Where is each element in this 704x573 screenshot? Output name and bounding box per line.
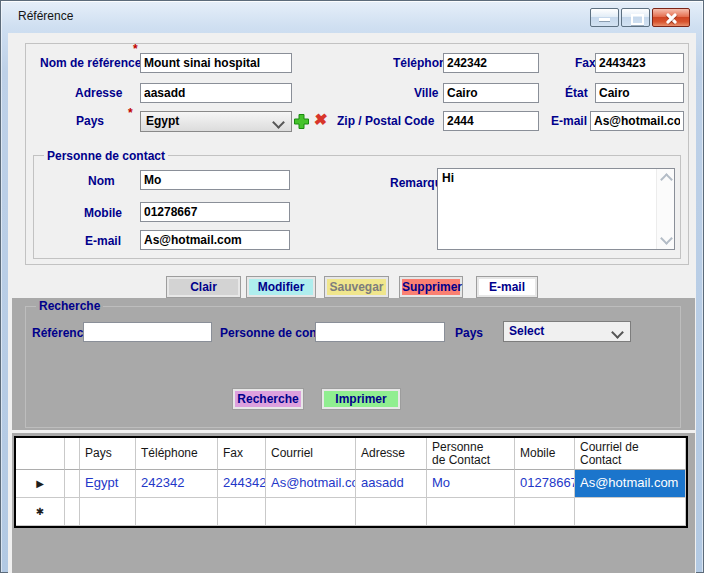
grid-cell-telephone[interactable]: 242342 (136, 470, 218, 498)
grid-cell[interactable] (266, 498, 356, 526)
modifier-button[interactable]: Modifier (247, 277, 315, 297)
grid-cell[interactable] (575, 498, 686, 526)
contact-groupbox-title: Personne de contact (44, 149, 168, 163)
grid-cell-mobile[interactable]: 01278667 (515, 470, 575, 498)
grid-cell-personne[interactable]: Mo (427, 470, 515, 498)
grid-row-indicator[interactable]: ▶ (16, 470, 65, 498)
remarque-textarea[interactable]: Hi (438, 169, 656, 249)
chevron-down-icon (611, 326, 624, 339)
remarque-scrollbar[interactable] (656, 169, 674, 249)
grid-header-personne-de-contact[interactable]: Personne de Contact (427, 438, 515, 470)
close-button[interactable] (652, 8, 690, 27)
grid-cell[interactable] (427, 498, 515, 526)
adresse-input[interactable] (140, 83, 292, 103)
fax-input[interactable] (595, 53, 684, 73)
grid-header-adresse[interactable]: Adresse (356, 438, 427, 470)
reference-name-required-marker: * (133, 42, 138, 56)
grid-cell[interactable] (65, 498, 80, 526)
grid-cell[interactable] (136, 498, 218, 526)
grid-header-courriel-de-contact[interactable]: Courriel de Contact (575, 438, 686, 470)
chevron-down-icon (272, 116, 285, 129)
grid-header-spacer (65, 438, 80, 470)
ville-label: Ville (414, 86, 438, 100)
close-icon (665, 12, 677, 24)
contact-mobile-label: Mobile (84, 206, 122, 220)
grid-cell[interactable] (356, 498, 427, 526)
maximize-button[interactable] (621, 8, 650, 27)
contact-email-label: E-mail (85, 234, 121, 248)
contact-email-input[interactable] (140, 230, 290, 250)
search-reference-label: Référence (32, 326, 83, 340)
grid-cell[interactable] (515, 498, 575, 526)
grid-cell-pays[interactable]: Egypt (80, 470, 136, 498)
scroll-up-icon[interactable] (660, 173, 673, 186)
email-button[interactable]: E-mail (477, 277, 537, 297)
grid-newrow-indicator[interactable]: ✱ (16, 498, 65, 526)
email-input[interactable] (590, 111, 684, 131)
fax-label: Fax (575, 56, 596, 70)
grid-header-rowselector (16, 438, 65, 470)
grid-header-pays[interactable]: Pays (80, 438, 136, 470)
contact-nom-input[interactable] (140, 170, 290, 190)
grid-header-courriel[interactable]: Courriel (266, 438, 356, 470)
telephone-label: Téléphone (393, 56, 443, 70)
search-groupbox-title: Recherche (36, 299, 103, 313)
delete-country-icon[interactable]: ✖ (313, 112, 329, 128)
zip-input[interactable] (443, 111, 539, 131)
remarque-label: Remarque (390, 176, 437, 190)
imprimer-button[interactable]: Imprimer (322, 389, 400, 409)
window-title: Référence (18, 9, 73, 23)
ville-input[interactable] (443, 83, 539, 103)
search-pays-select-value: Select (509, 324, 544, 338)
grid-header-mobile[interactable]: Mobile (515, 438, 575, 470)
minimize-button[interactable] (590, 8, 619, 27)
maximize-icon (631, 14, 644, 25)
scroll-down-icon[interactable] (660, 232, 673, 245)
zip-label: Zip / Postal Code (337, 114, 434, 128)
adresse-label: Adresse (75, 86, 122, 100)
grid-cell-adresse[interactable]: aasadd (356, 470, 427, 498)
pays-label: Pays (76, 114, 104, 128)
remarque-memo: Hi (437, 168, 675, 250)
grid-header-telephone[interactable]: Téléphone (136, 438, 218, 470)
search-pays-select[interactable]: Select (503, 321, 631, 342)
supprimer-button[interactable]: Supprimer (400, 277, 462, 297)
pays-combobox-value: Egypt (146, 114, 179, 128)
clair-button[interactable]: Clair (167, 277, 240, 297)
recherche-button[interactable]: Recherche (233, 389, 303, 409)
reference-name-label: Nom de référence (40, 56, 141, 70)
pays-combobox[interactable]: Egypt (140, 111, 292, 132)
grid-cell-courriel-contact-selected[interactable]: As@hotmail.com (575, 470, 686, 498)
pays-required-marker: * (128, 106, 133, 120)
grid-header-fax[interactable]: Fax (218, 438, 266, 470)
sauvegar-button[interactable]: Sauvegar (325, 277, 388, 297)
reference-name-input[interactable] (140, 53, 292, 73)
search-reference-input[interactable] (83, 322, 212, 342)
search-contact-label: Personne de contact (220, 326, 315, 340)
contact-mobile-input[interactable] (140, 202, 290, 222)
telephone-input[interactable] (443, 53, 539, 73)
grid-cell-fax[interactable]: 2443423 (218, 470, 266, 498)
minimize-icon (599, 18, 610, 21)
etat-input[interactable] (595, 83, 684, 103)
email-label: E-mail (551, 114, 587, 128)
search-contact-input[interactable] (315, 322, 445, 342)
contact-nom-label: Nom (88, 174, 115, 188)
grid-cell[interactable] (80, 498, 136, 526)
search-pays-label: Pays (455, 326, 483, 340)
grid-cell-courriel[interactable]: As@hotmail.com (266, 470, 356, 498)
grid-cell[interactable] (218, 498, 266, 526)
results-grid: Pays Téléphone Fax Courriel Adresse Pers… (14, 436, 688, 528)
grid-cell[interactable] (65, 470, 80, 498)
add-country-icon[interactable] (293, 113, 310, 134)
etat-label: État (565, 86, 588, 100)
